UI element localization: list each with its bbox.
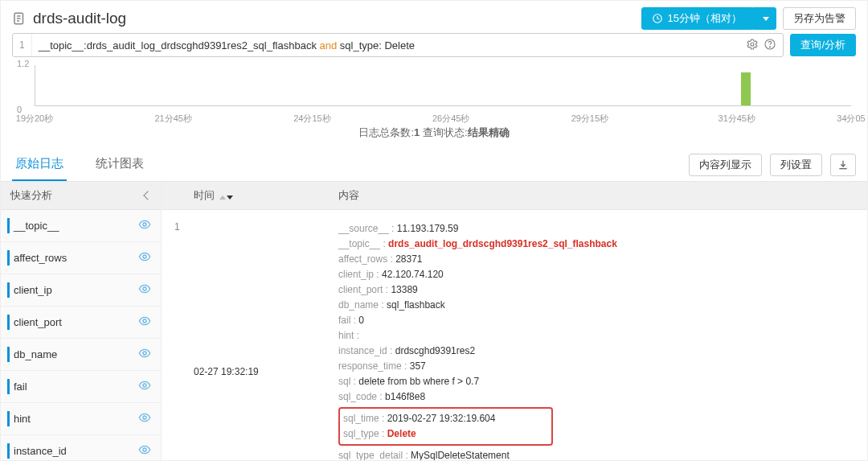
sort-desc-icon[interactable]: [227, 196, 233, 200]
chart-x-tick: 29分15秒: [571, 113, 608, 125]
eye-icon[interactable]: [138, 315, 151, 330]
quick-analysis-label: affect_rows: [14, 252, 67, 264]
quick-analysis-header: 快速分析: [1, 182, 161, 210]
svg-point-7: [770, 46, 771, 47]
time-range-dropdown[interactable]: [752, 7, 776, 30]
svg-point-8: [143, 223, 146, 226]
quick-analysis-item[interactable]: hint: [1, 403, 161, 435]
quick-analysis-item[interactable]: db_name: [1, 339, 161, 371]
svg-point-15: [143, 448, 146, 451]
log-icon: [12, 11, 27, 26]
log-table-header: 时间 内容: [162, 182, 867, 210]
query-text-prefix: __topic__:drds_audit_log_drdscghd9391res…: [39, 39, 320, 51]
time-range-label: 15分钟（相对）: [668, 7, 742, 30]
quick-analysis-item[interactable]: instance_id: [1, 435, 161, 461]
chart-y-max: 1.2: [17, 59, 29, 68]
eye-icon[interactable]: [138, 411, 151, 426]
header-time[interactable]: 时间: [194, 188, 215, 203]
query-input-wrap[interactable]: 1 __topic__:drds_audit_log_drdscghd9391r…: [12, 33, 784, 57]
download-button[interactable]: [830, 154, 856, 176]
tab-stat-chart[interactable]: 统计图表: [92, 148, 147, 181]
save-alert-button[interactable]: 另存为告警: [783, 7, 856, 30]
eye-icon[interactable]: [138, 379, 151, 394]
header-content: 内容: [330, 182, 867, 209]
svg-point-5: [751, 43, 754, 46]
chart-bar[interactable]: [741, 72, 751, 106]
query-keyword: and: [320, 39, 338, 51]
svg-point-14: [143, 416, 146, 419]
quick-analysis-item[interactable]: affect_rows: [1, 242, 161, 274]
eye-icon[interactable]: [138, 282, 151, 298]
quick-analysis-label: instance_id: [14, 445, 67, 457]
quick-analysis-label: client_port: [14, 316, 62, 328]
svg-point-11: [143, 319, 146, 323]
query-input[interactable]: __topic__:drds_audit_log_drdscghd9391res…: [32, 39, 747, 51]
svg-point-13: [143, 384, 146, 387]
query-button[interactable]: 查询/分析: [790, 34, 856, 56]
download-icon: [837, 158, 850, 171]
svg-point-10: [143, 287, 146, 290]
quick-analysis-item[interactable]: fail: [1, 371, 161, 403]
table-row: 1 02-27 19:32:19 __source__ : 11.193.179…: [162, 210, 867, 461]
chevron-down-icon: [763, 17, 769, 21]
eye-icon[interactable]: [138, 218, 151, 233]
chart-x-tick: 24分15秒: [293, 113, 330, 125]
quick-analysis-label: __topic__: [14, 220, 59, 232]
row-time: 02-27 19:32:19: [186, 215, 330, 461]
quick-analysis-label: fail: [14, 381, 27, 393]
quick-analysis-label: hint: [14, 413, 31, 425]
chart-x-tick: 34分05: [837, 113, 865, 125]
chevron-left-icon[interactable]: [143, 191, 152, 200]
quick-analysis-item[interactable]: __topic__: [1, 210, 161, 242]
chart-x-tick: 26分45秒: [432, 113, 469, 125]
help-icon[interactable]: [764, 38, 776, 53]
highlight-box-sql: sql_time : 2019-02-27 19:32:19.604 sql_t…: [338, 407, 553, 446]
eye-icon[interactable]: [138, 347, 151, 362]
query-line-number: 1: [13, 34, 32, 56]
tab-raw-log[interactable]: 原始日志: [12, 148, 67, 181]
chart-x-tick: 19分20秒: [16, 113, 53, 125]
gear-icon[interactable]: [746, 38, 759, 53]
row-index: 1: [162, 215, 186, 461]
query-text-suffix: sql_type: Delete: [337, 39, 415, 51]
svg-point-12: [143, 352, 146, 355]
page-title: drds-audit-log: [33, 10, 126, 27]
histogram-chart: 1.2 0 19分20秒 21分45秒 24分15秒 26分45秒 29分15秒…: [17, 60, 851, 113]
row-content: __source__ : 11.193.179.59 __topic__ : d…: [330, 215, 867, 461]
chart-x-tick: 21分45秒: [154, 113, 191, 125]
chart-x-tick: 31分45秒: [719, 113, 755, 125]
column-settings-button[interactable]: 列设置: [770, 154, 822, 176]
chart-x-axis: 19分20秒 21分45秒 24分15秒 26分45秒 29分15秒 31分45…: [35, 113, 851, 124]
sort-asc-icon[interactable]: [219, 196, 226, 200]
time-range-group[interactable]: 15分钟（相对）: [641, 7, 776, 30]
eye-icon[interactable]: [138, 250, 151, 265]
quick-analysis-item[interactable]: client_port: [1, 307, 161, 339]
quick-analysis-label: db_name: [14, 348, 57, 360]
quick-analysis-panel: 快速分析 __topic__affect_rowsclient_ipclient…: [1, 182, 162, 461]
quick-analysis-item[interactable]: client_ip: [1, 274, 161, 307]
svg-point-9: [143, 255, 146, 258]
clock-icon: [652, 13, 663, 24]
eye-icon[interactable]: [138, 443, 151, 459]
content-columns-button[interactable]: 内容列显示: [689, 154, 762, 176]
time-range-button[interactable]: 15分钟（相对）: [641, 7, 752, 30]
quick-analysis-label: client_ip: [14, 284, 52, 296]
